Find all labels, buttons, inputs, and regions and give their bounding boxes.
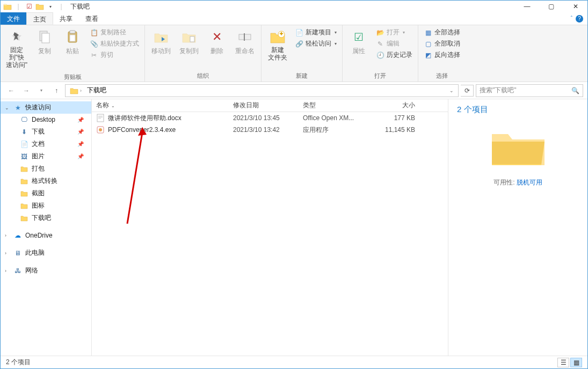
availability-row: 可用性: 脱机可用 <box>457 178 579 187</box>
history-icon: 🕘 <box>376 51 384 60</box>
pin-icon <box>8 28 25 46</box>
tab-view[interactable]: 查看 <box>79 12 105 25</box>
properties-icon: ☑ <box>350 28 367 46</box>
minimize-button[interactable]: — <box>515 1 539 12</box>
invert-selection-button[interactable]: ◩反向选择 <box>422 50 462 60</box>
search-icon[interactable]: 🔍 <box>571 87 579 94</box>
column-size[interactable]: 大小 <box>368 99 419 112</box>
ribbon-group-organize: 移动到 复制到 ✕删除 重命名 组织 <box>145 25 262 82</box>
easy-access-button[interactable]: 🔗轻松访问▾ <box>293 39 339 49</box>
expand-icon[interactable]: ⌄ <box>5 105 10 110</box>
tab-file[interactable]: 文件 <box>1 12 26 25</box>
checkbox-icon[interactable]: ☑ <box>24 2 34 11</box>
window-controls: — ▢ ✕ <box>515 1 587 12</box>
expand-icon[interactable]: › <box>5 233 10 238</box>
file-icon <box>96 114 105 122</box>
ribbon-group-new: ✦新建 文件夹 📄新建项目▾ 🔗轻松访问▾ 新建 <box>262 25 343 82</box>
svg-text:✦: ✦ <box>279 30 284 38</box>
sidebar-item[interactable]: 🖼 图片📌 <box>1 150 91 163</box>
folder-qat-icon[interactable] <box>35 2 45 11</box>
qat-dropdown-icon[interactable]: ▾ <box>46 2 55 11</box>
rename-button[interactable]: 重命名 <box>232 27 258 69</box>
open-button[interactable]: 📂打开▾ <box>374 27 415 38</box>
select-all-icon: ▦ <box>424 28 432 37</box>
search-input[interactable]: 搜索"下载吧" 🔍 <box>476 84 583 97</box>
address-bar: ← → ▾ ↑ › 下载吧 ⌄ ⟳ 搜索"下载吧" 🔍 <box>1 82 587 99</box>
group-label-organize: 组织 <box>145 71 261 82</box>
column-date[interactable]: 修改日期 <box>229 99 299 112</box>
refresh-button[interactable]: ⟳ <box>461 85 474 97</box>
expand-icon[interactable]: › <box>5 250 10 256</box>
pin-icon: 📌 <box>77 153 88 159</box>
help-icon[interactable]: ? <box>576 15 583 23</box>
view-icons-button[interactable]: ▦ <box>570 358 582 367</box>
svg-rect-4 <box>70 35 75 41</box>
item-icon: 🖵 <box>20 115 28 124</box>
file-row[interactable]: PDFConverter2.3.4.exe 2021/3/10 13:42 应用… <box>92 124 448 136</box>
cut-button[interactable]: ✂剪切 <box>88 50 141 60</box>
ribbon-group-clipboard: 固定到"快 速访问" 复制 粘贴 📋复制路径 📎粘贴快捷方式 ✂剪切 剪贴板 <box>1 25 145 82</box>
star-icon: ★ <box>13 104 22 112</box>
file-row[interactable]: 微讲师软件使用帮助.docx 2021/3/10 13:45 Office Op… <box>92 112 448 124</box>
sidebar-onedrive[interactable]: ›☁OneDrive <box>1 230 91 241</box>
tab-share[interactable]: 共享 <box>53 12 79 25</box>
column-type[interactable]: 类型 <box>299 99 368 112</box>
select-all-button[interactable]: ▦全部选择 <box>422 27 462 38</box>
delete-button[interactable]: ✕删除 <box>204 27 230 69</box>
properties-button[interactable]: ☑属性 <box>346 27 372 69</box>
new-folder-icon: ✦ <box>269 28 286 46</box>
sidebar-item[interactable]: 📄 文档📌 <box>1 138 91 150</box>
column-name[interactable]: 名称⌄ <box>92 99 229 112</box>
sidebar-network[interactable]: ›🖧网络 <box>1 264 91 277</box>
breadcrumb-dropdown-icon[interactable]: ⌄ <box>449 88 456 93</box>
sidebar-quick-access[interactable]: ⌄ ★ 快速访问 <box>1 101 91 114</box>
qat-separator: | <box>13 2 23 11</box>
sidebar-item[interactable]: 格式转换 <box>1 175 91 187</box>
collapse-ribbon-icon[interactable]: ˆ <box>571 16 572 21</box>
sidebar-item[interactable]: 🖵 Desktop📌 <box>1 114 91 126</box>
paste-shortcut-button[interactable]: 📎粘贴快捷方式 <box>88 39 141 49</box>
select-none-button[interactable]: ▢全部取消 <box>422 39 462 49</box>
copy-button[interactable]: 复制 <box>32 27 57 70</box>
maximize-button[interactable]: ▢ <box>539 1 563 12</box>
sidebar-this-pc[interactable]: ›🖥此电脑 <box>1 247 91 259</box>
close-button[interactable]: ✕ <box>563 1 587 12</box>
group-label-clipboard: 剪贴板 <box>1 72 144 83</box>
ribbon: 固定到"快 速访问" 复制 粘贴 📋复制路径 📎粘贴快捷方式 ✂剪切 剪贴板 移… <box>1 25 587 82</box>
group-label-select: 选择 <box>418 71 466 82</box>
copy-to-button[interactable]: 复制到 <box>176 27 202 69</box>
details-pane: 2 个项目 可用性: 脱机可用 <box>448 99 587 357</box>
history-button[interactable]: 🕘历史记录 <box>374 50 415 60</box>
breadcrumb-root-icon[interactable]: › <box>68 86 84 95</box>
new-folder-button[interactable]: ✦新建 文件夹 <box>265 27 291 69</box>
folder-preview-icon <box>489 126 548 168</box>
availability-label: 可用性: <box>493 179 514 186</box>
sidebar-item[interactable]: ⬇ 下载📌 <box>1 126 91 138</box>
copy-path-button[interactable]: 📋复制路径 <box>88 27 141 38</box>
new-item-button[interactable]: 📄新建项目▾ <box>293 27 339 38</box>
item-icon <box>20 177 28 186</box>
expand-icon[interactable]: › <box>5 268 10 274</box>
file-list: 名称⌄ 修改日期 类型 大小 微讲师软件使用帮助.docx 2021/3/10 … <box>92 99 448 357</box>
nav-forward-button[interactable]: → <box>20 84 33 97</box>
svg-rect-1 <box>42 33 49 43</box>
network-icon: 🖧 <box>13 267 22 275</box>
sidebar-item[interactable]: 打包 <box>1 163 91 175</box>
move-to-button[interactable]: 移动到 <box>148 27 174 69</box>
nav-up-button[interactable]: ↑ <box>50 84 63 97</box>
qat-separator: | <box>56 2 66 11</box>
view-details-button[interactable]: ☰ <box>557 358 569 367</box>
sidebar-item[interactable]: 图标 <box>1 200 91 212</box>
breadcrumb-segment[interactable]: 下载吧 <box>85 85 108 96</box>
nav-recent-dropdown[interactable]: ▾ <box>35 84 48 97</box>
pin-button[interactable]: 固定到"快 速访问" <box>4 27 30 70</box>
sidebar-item[interactable]: 下载吧 <box>1 212 91 224</box>
main-area: 名称⌄ 修改日期 类型 大小 微讲师软件使用帮助.docx 2021/3/10 … <box>92 99 587 357</box>
tab-home[interactable]: 主页 <box>26 12 53 25</box>
edit-button[interactable]: ✎编辑 <box>374 39 415 49</box>
paste-button[interactable]: 粘贴 <box>60 27 85 70</box>
sidebar-item[interactable]: 截图 <box>1 187 91 200</box>
breadcrumb[interactable]: › 下载吧 ⌄ <box>65 84 459 97</box>
item-icon: 📄 <box>20 140 28 149</box>
nav-back-button[interactable]: ← <box>5 84 18 97</box>
